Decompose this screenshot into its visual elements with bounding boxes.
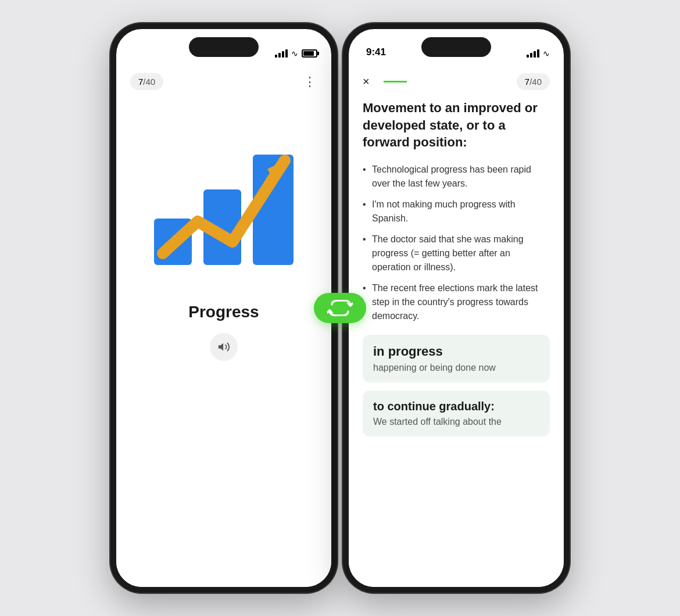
battery-fill: [303, 51, 314, 56]
left-phone-screen: 7/40 ⋮: [116, 64, 331, 587]
example-2: I'm not making much progress with Spanis…: [363, 198, 550, 225]
word-label: Progress: [188, 303, 259, 321]
right-progress-badge: 7/40: [517, 73, 550, 90]
example-1: Technological progress has been rapid ov…: [363, 163, 550, 191]
right-signal-icon: [527, 49, 539, 58]
speaker-icon: [217, 341, 230, 353]
signal-bar-1: [275, 55, 277, 58]
right-nav: × 7/40: [349, 64, 564, 99]
signal-bar-2: [278, 53, 281, 58]
signal-icon: [275, 49, 288, 58]
flip-icon: [327, 300, 353, 316]
continue-card: to continue gradually: We started off ta…: [363, 391, 550, 436]
right-phone-screen: × 7/40 Movement to an improved or develo…: [349, 64, 564, 587]
flip-button[interactable]: [314, 293, 366, 323]
left-dynamic-island: [189, 37, 259, 57]
signal-bar-4: [285, 49, 288, 58]
card-area: Progress: [116, 99, 331, 373]
right-dynamic-island: [421, 37, 491, 57]
progress-chart-svg: [145, 131, 302, 277]
left-phone: ∿ 7/40 ⋮: [110, 23, 337, 593]
left-progress-total: 40: [146, 77, 156, 87]
wifi-icon: ∿: [291, 49, 298, 58]
phrase-desc-1: happening or being done now: [373, 363, 539, 373]
menu-button[interactable]: ⋮: [303, 74, 317, 89]
left-status-icons: ∿: [275, 49, 317, 58]
right-signal-bar-2: [530, 53, 532, 58]
battery-icon: [302, 49, 317, 58]
main-definition: Movement to an improved or developed sta…: [363, 99, 550, 151]
left-nav: 7/40 ⋮: [116, 64, 331, 99]
tab-indicator: [384, 81, 407, 83]
right-signal-bar-1: [527, 55, 529, 58]
continue-desc: We started off talking about the: [373, 417, 539, 427]
audio-button[interactable]: [210, 333, 238, 361]
signal-bar-3: [282, 51, 284, 58]
right-time: 9:41: [366, 46, 386, 58]
phrase-card-1: in progress happening or being done now: [363, 335, 550, 382]
example-4: The recent free elections mark the lates…: [363, 281, 550, 323]
right-status-icons: ∿: [527, 49, 550, 58]
examples-list: Technological progress has been rapid ov…: [363, 163, 550, 323]
right-progress-current: 7: [525, 77, 529, 87]
example-3: The doctor said that she was making prog…: [363, 232, 550, 274]
right-signal-bar-4: [537, 49, 539, 58]
definition-content: Movement to an improved or developed sta…: [349, 99, 564, 445]
right-signal-bar-3: [534, 51, 536, 58]
right-phone: 9:41 ∿ × 7/40: [343, 23, 570, 593]
phrase-title-1: in progress: [373, 344, 539, 359]
phones-container: ∿ 7/40 ⋮: [0, 0, 680, 616]
word-illustration: [142, 123, 305, 285]
continue-title: to continue gradually:: [373, 400, 539, 413]
left-progress-badge: 7/40: [130, 73, 163, 90]
right-wifi-icon: ∿: [543, 49, 550, 58]
close-button[interactable]: ×: [363, 75, 370, 88]
flip-btn-wrapper: [314, 293, 366, 323]
right-progress-total: 40: [532, 77, 542, 87]
